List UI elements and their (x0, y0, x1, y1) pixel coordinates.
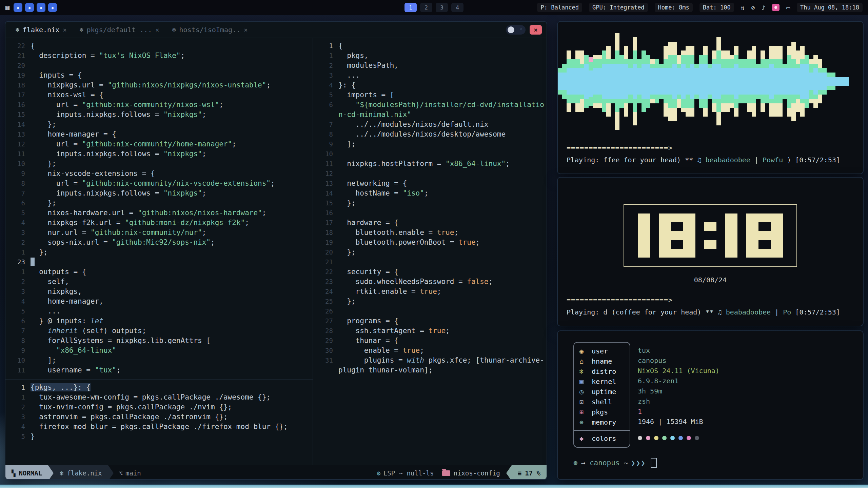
viz-bar (655, 30, 659, 132)
color-dot (662, 436, 667, 440)
line-number: 1 (313, 52, 338, 59)
tab-close-icon[interactable]: × (244, 26, 248, 34)
code-line: 17 nixos-wsl = { (5, 90, 313, 100)
clock-date-display[interactable]: Thu Aug 08, 18:18 (797, 3, 863, 12)
record-indicator-icon[interactable] (772, 4, 780, 11)
viz-bar (813, 30, 818, 132)
viz-bar (738, 30, 743, 132)
viz-bar (558, 30, 562, 132)
battery-status[interactable]: Bat: 100 (699, 3, 734, 12)
fetch-memory-icon: ⊕ (579, 418, 588, 426)
code-text: } (31, 432, 35, 441)
terminal-cursor (651, 458, 657, 468)
display-icon[interactable]: ▭ (786, 4, 790, 11)
editor-tab[interactable]: ❄flake.nix× (10, 22, 72, 38)
project-name[interactable]: nixos-config (454, 469, 500, 477)
code-text: home-manager = { (31, 130, 116, 138)
pinned-app-icon[interactable]: ◆ (48, 3, 57, 12)
pane-hosts-iso-image[interactable]: 1{1 pkgs,2 modulesPath,3 ...4}: {5 impor… (313, 38, 547, 465)
workspace-button[interactable]: 1 (405, 3, 417, 12)
workspace-button[interactable]: 2 (420, 3, 432, 12)
workspace-button[interactable]: 4 (451, 3, 463, 12)
tab-close-icon[interactable]: × (63, 26, 66, 34)
line-number: 11 (313, 160, 338, 167)
line-number: 3 (313, 72, 338, 79)
clock-window[interactable]: 08/08/24 =======================> Playin… (557, 177, 864, 326)
code-line: 12 url = "github:nix-community/home-mana… (5, 139, 313, 149)
lsp-label: LSP ~ null-ls (383, 469, 434, 477)
viz-bar (562, 30, 567, 132)
pinned-app-icon[interactable]: ◆ (14, 3, 22, 12)
system-fetch: ◉user⌂hname❄distro▣kernel◷uptime⊡shell⊞p… (573, 342, 863, 448)
line-number: 17 (5, 91, 31, 99)
pinned-app-icon[interactable]: ◆ (25, 3, 34, 12)
viz-bar (699, 30, 703, 132)
code-text: inputs.nixpkgs.follows = "nixpkgs"; (31, 150, 206, 158)
tab-close-icon[interactable]: × (155, 26, 159, 34)
clock-digit (725, 214, 737, 258)
viz-bar (606, 30, 611, 132)
fetch-label: uptime (592, 388, 616, 396)
code-line: 27 programs = { (313, 316, 547, 326)
code-line: 17 hardware = { (313, 218, 547, 227)
code-line: 2 modulesPath, (313, 60, 547, 70)
folder-icon (442, 470, 450, 476)
code-text: ]; (31, 356, 56, 364)
viz-bar (787, 30, 791, 132)
app-menu-icon[interactable]: ▦ (5, 3, 9, 12)
viz-bar (593, 30, 597, 132)
ping-status[interactable]: Home: 8ms (655, 3, 693, 12)
gpu-status[interactable]: GPU: Integrated (589, 3, 648, 12)
line-number: 21 (5, 52, 31, 59)
code-text: url = "github:nix-community/nix-vscode-e… (31, 179, 275, 187)
viz-bar (677, 30, 681, 132)
network-icon[interactable]: ⇅ (741, 4, 745, 11)
viz-bar (831, 30, 835, 132)
workspace-button[interactable]: 3 (436, 3, 448, 12)
git-branch[interactable]: ⌥ main (119, 469, 141, 477)
fetch-value: zsh (638, 396, 719, 406)
line-number: 1 (313, 42, 338, 49)
privacy-icon[interactable]: ⊘ (751, 4, 755, 11)
audio-icon[interactable]: ♪ (762, 4, 765, 11)
pane-flake-nix[interactable]: 22{21 description = "tux's NixOS Flake";… (5, 38, 313, 379)
line-number: 1 (5, 393, 31, 401)
line-number: 8 (5, 337, 31, 344)
code-text: enable = true; (338, 346, 424, 354)
pane-pkgs-default-nix[interactable]: 1{pkgs, ...}: {1 tux-awesome-wm-config =… (5, 379, 313, 465)
pinned-apps: ◆◆◆◆ (14, 3, 57, 12)
code-text: ../../modules/nixos/desktop/awesome (338, 130, 506, 138)
viz-bar (743, 30, 747, 132)
viz-bar (575, 30, 580, 132)
music-visualizer-window[interactable]: =======================> Playing: ffee f… (557, 21, 864, 174)
line-number: 23 (313, 278, 338, 285)
viz-bar (584, 30, 589, 132)
viz-bar (778, 30, 783, 132)
code-line: 10 (313, 149, 547, 159)
editor-tab[interactable]: ❄pkgs/default ...× (74, 22, 165, 38)
line-number: 7 (5, 189, 31, 197)
power-profile-status[interactable]: P: Balanced (537, 3, 582, 12)
viz-bar (681, 30, 686, 132)
code-line: 2 tux-nvim-config = pkgs.callPackage ./n… (5, 402, 313, 412)
window-close-button[interactable]: × (530, 25, 542, 35)
fetch-row: ⊞pkgs (574, 407, 630, 417)
gear-icon: ⚙ (377, 469, 380, 477)
fetch-value: 6.9.8-zen1 (638, 376, 719, 386)
shell-prompt[interactable]: ⊛→ canopus ~❯❯❯ (573, 458, 863, 468)
fetch-value: tux (638, 345, 719, 355)
editor-tabbar: ❄flake.nix×❄pkgs/default ...×❄hosts/isoI… (5, 22, 547, 38)
line-number: 22 (5, 42, 31, 49)
code-line: 31 plugins = with pkgs.xfce; [thunar-arc… (313, 355, 547, 365)
editor-tabs: ❄flake.nix×❄pkgs/default ...×❄hosts/isoI… (10, 22, 253, 38)
fetch-window[interactable]: ◉user⌂hname❄distro▣kernel◷uptime⊡shell⊞p… (557, 330, 864, 480)
color-dot (638, 436, 642, 440)
current-file[interactable]: ❄ flake.nix (54, 465, 108, 480)
line-number: 15 (5, 111, 31, 118)
code-line: 30 enable = true; (313, 345, 547, 355)
theme-toggle[interactable] (506, 25, 526, 35)
code-text: plugin thunar-volman]; (338, 366, 433, 374)
viz-bar (690, 30, 694, 132)
editor-tab[interactable]: ❄hosts/isoImag..× (167, 22, 253, 38)
pinned-app-icon[interactable]: ◆ (37, 3, 45, 12)
